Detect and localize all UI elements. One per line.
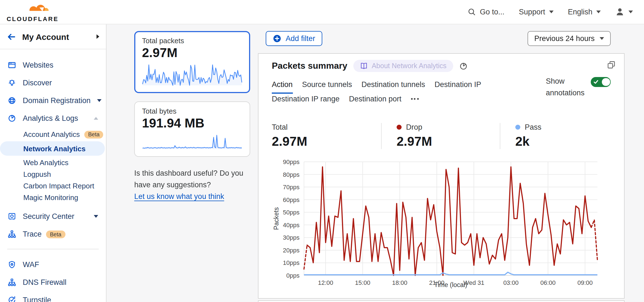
svg-text:Packets: Packets bbox=[273, 207, 280, 230]
stat-drop: Drop 2.97M bbox=[381, 123, 500, 149]
tab-destination-port[interactable]: Destination port bbox=[349, 94, 401, 108]
person-icon bbox=[615, 7, 625, 17]
stat-value: 2k bbox=[515, 134, 541, 149]
main-content: Add filter Previous 24 hours Packets sum… bbox=[250, 24, 644, 302]
kpi-value: 2.97M bbox=[142, 45, 242, 60]
stat-label: Total bbox=[272, 123, 288, 131]
filter-row: Add filter Previous 24 hours bbox=[258, 31, 625, 46]
sidebar-item-web-analytics[interactable]: Web Analytics bbox=[0, 157, 106, 168]
sidebar-item-trace[interactable]: TraceBeta bbox=[0, 225, 106, 243]
add-filter-button[interactable]: Add filter bbox=[266, 31, 323, 46]
sidebar-item-security-center[interactable]: Security Center bbox=[0, 207, 106, 225]
packets-time-series-chart[interactable]: 0pps10pps20pps30pps40pps50pps60pps70pps8… bbox=[272, 157, 612, 289]
sidebar-item-label: Logpush bbox=[23, 170, 51, 178]
add-filter-label: Add filter bbox=[286, 34, 315, 43]
tab-action[interactable]: Action bbox=[272, 79, 293, 94]
top-bar: CLOUDFLARE Go to... Support English bbox=[0, 0, 644, 24]
browser-icon bbox=[8, 61, 16, 69]
sidebar: My Account Websites Discover Domain Regi… bbox=[0, 24, 107, 302]
time-range-dropdown[interactable]: Previous 24 hours bbox=[528, 31, 611, 46]
kpi-label: Total bytes bbox=[142, 107, 242, 115]
plus-circle-icon bbox=[273, 34, 281, 43]
sidebar-item-websites[interactable]: Websites bbox=[0, 56, 106, 74]
top-nav: Go to... Support English bbox=[468, 7, 633, 17]
sidebar-item-label: WAF bbox=[23, 260, 98, 268]
expand-panel-icon[interactable] bbox=[607, 60, 616, 69]
cloudflare-logo[interactable]: CLOUDFLARE bbox=[7, 1, 58, 22]
refresh-check-icon bbox=[8, 296, 16, 302]
sidebar-item-label: Discover bbox=[23, 78, 98, 87]
language-label: English bbox=[568, 8, 592, 16]
kpi-column: Total packets 2.97M Total bytes 191.94 M… bbox=[134, 24, 250, 302]
kpi-card-total-bytes[interactable]: Total bytes 191.94 MB bbox=[134, 101, 250, 157]
goto-search[interactable]: Go to... bbox=[468, 8, 504, 16]
chevron-right-icon[interactable] bbox=[97, 34, 99, 39]
time-range-label: Previous 24 hours bbox=[534, 34, 595, 43]
sidebar-item-label: Magic Monitoring bbox=[23, 193, 78, 202]
pass-dot bbox=[515, 125, 520, 130]
pie-chart-icon bbox=[8, 114, 16, 122]
pie-chart-icon[interactable] bbox=[459, 62, 468, 70]
back-arrow-icon[interactable] bbox=[7, 32, 16, 41]
stat-label: Pass bbox=[525, 123, 541, 131]
sidebar-item-label: DNS Firewall bbox=[23, 278, 98, 286]
globe-icon bbox=[8, 96, 16, 104]
sidebar-item-waf[interactable]: WAF bbox=[0, 255, 106, 273]
divider bbox=[7, 249, 99, 249]
stat-total: Total 2.97M bbox=[272, 123, 381, 149]
chevron-down-icon bbox=[600, 37, 604, 40]
about-network-analytics-pill[interactable]: About Network Analytics bbox=[353, 60, 453, 72]
search-icon bbox=[468, 8, 476, 16]
chart-area: 0pps10pps20pps30pps40pps50pps60pps70pps8… bbox=[272, 157, 611, 291]
chevron-down-icon bbox=[94, 215, 98, 217]
svg-text:03:00: 03:00 bbox=[503, 279, 519, 286]
stat-pass: Pass 2k bbox=[500, 123, 547, 149]
chevron-up-icon bbox=[94, 117, 98, 119]
about-label: About Network Analytics bbox=[372, 62, 447, 70]
feedback-link[interactable]: Let us know what you think bbox=[134, 192, 224, 201]
annotations-toggle[interactable] bbox=[591, 77, 611, 87]
kpi-label: Total packets bbox=[142, 37, 242, 45]
sidebar-item-label: Analytics & Logs bbox=[23, 114, 87, 122]
sidebar-item-analytics-logs[interactable]: Analytics & Logs bbox=[0, 109, 106, 127]
sidebar-item-dns-firewall[interactable]: DNS Firewall bbox=[0, 273, 106, 291]
svg-text:50pps: 50pps bbox=[283, 209, 300, 216]
bytes-sparkline bbox=[142, 133, 242, 150]
next-panel-edge bbox=[258, 300, 625, 302]
svg-text:40pps: 40pps bbox=[283, 222, 300, 229]
stats-row: Total 2.97M Drop 2.97M Pass 2k bbox=[272, 123, 611, 149]
support-menu[interactable]: Support bbox=[519, 8, 554, 16]
tab-destination-ip[interactable]: Destination IP bbox=[435, 79, 481, 94]
svg-text:20pps: 20pps bbox=[283, 247, 300, 254]
sidebar-item-carbon-impact-report[interactable]: Carbon Impact Report bbox=[0, 180, 106, 192]
sidebar-item-label: Security Center bbox=[23, 212, 87, 220]
account-title[interactable]: My Account bbox=[22, 32, 90, 41]
svg-text:90pps: 90pps bbox=[283, 158, 300, 165]
trace-tree-icon bbox=[8, 230, 16, 238]
sidebar-item-label: Websites bbox=[23, 61, 98, 69]
app-viewport: CLOUDFLARE Go to... Support English bbox=[0, 0, 644, 302]
sidebar-item-turnstile[interactable]: Turnstile bbox=[0, 291, 106, 302]
svg-text:06:00: 06:00 bbox=[540, 279, 556, 286]
more-tabs-button[interactable] bbox=[411, 94, 419, 108]
svg-text:18:00: 18:00 bbox=[392, 279, 407, 286]
sidebar-item-label: Domain Registration bbox=[23, 96, 91, 104]
check-icon bbox=[594, 80, 599, 84]
svg-text:10pps: 10pps bbox=[283, 259, 300, 266]
beta-badge: Beta bbox=[84, 130, 103, 138]
sidebar-item-domain-registration[interactable]: Domain Registration bbox=[0, 91, 106, 109]
language-menu[interactable]: English bbox=[568, 8, 601, 16]
tab-destination-tunnels[interactable]: Destination tunnels bbox=[361, 79, 425, 94]
svg-text:15:00: 15:00 bbox=[355, 279, 370, 286]
tab-destination-ip-range[interactable]: Destination IP range bbox=[272, 94, 339, 108]
sidebar-item-logpush[interactable]: Logpush bbox=[0, 168, 106, 180]
sidebar-item-label: Account Analytics bbox=[23, 130, 80, 139]
chevron-down-icon bbox=[549, 11, 553, 13]
account-menu[interactable] bbox=[615, 7, 633, 17]
kpi-card-total-packets[interactable]: Total packets 2.97M bbox=[134, 31, 250, 93]
sidebar-item-account-analytics[interactable]: Account Analytics Beta bbox=[0, 129, 106, 140]
sidebar-item-network-analytics[interactable]: Network Analytics bbox=[0, 141, 105, 156]
sidebar-item-magic-monitoring[interactable]: Magic Monitoring bbox=[0, 192, 106, 203]
sidebar-item-discover[interactable]: Discover bbox=[0, 74, 106, 91]
tab-source-tunnels[interactable]: Source tunnels bbox=[302, 79, 352, 94]
